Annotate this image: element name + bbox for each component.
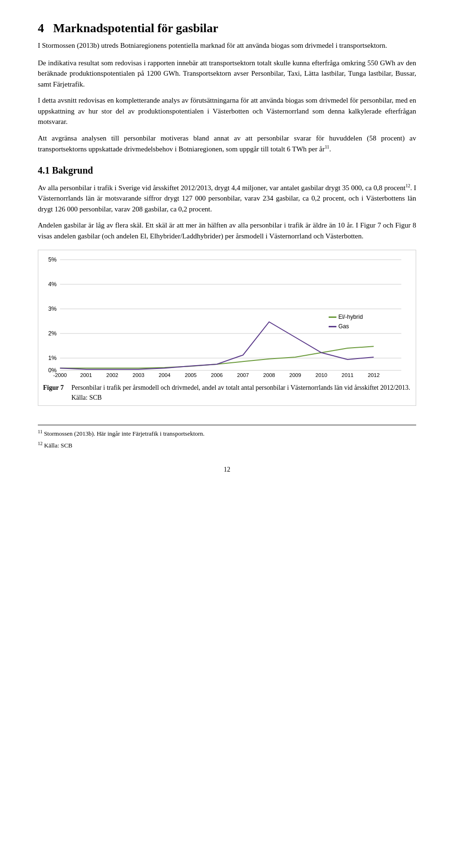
svg-text:2011: 2011 bbox=[341, 372, 353, 378]
section-4-1-title: 4.1 Bakgrund bbox=[38, 163, 416, 177]
svg-text:4%: 4% bbox=[48, 281, 57, 288]
chart-svg: 5% 4% 3% 2% 1% 0% -2000 2001 2002 2003 2… bbox=[43, 255, 411, 378]
figure-7-caption-text: Personbilar i trafik per årsmodell och d… bbox=[71, 383, 411, 403]
chapter-title: 4 Marknadspotential för gasbilar bbox=[38, 19, 416, 37]
svg-text:2002: 2002 bbox=[106, 372, 118, 378]
svg-text:3%: 3% bbox=[48, 306, 57, 312]
gas-legend-label: Gas bbox=[338, 323, 349, 330]
svg-text:2005: 2005 bbox=[185, 372, 197, 378]
el-hybrid-line bbox=[60, 346, 374, 368]
footnote-11: 11 Stormossen (2013b). Här ingår inte Fä… bbox=[38, 428, 416, 438]
figure-7: 5% 4% 3% 2% 1% 0% -2000 2001 2002 2003 2… bbox=[38, 250, 416, 406]
footnote-12: 12 Källa: SCB bbox=[38, 440, 416, 450]
paragraph-2: I detta avsnitt redovisas en komplettera… bbox=[38, 95, 416, 127]
svg-text:2008: 2008 bbox=[263, 372, 275, 378]
paragraph-3: Att avgränsa analysen till personbilar m… bbox=[38, 133, 416, 155]
svg-text:2010: 2010 bbox=[315, 372, 327, 378]
svg-text:1%: 1% bbox=[48, 355, 57, 361]
page-number: 12 bbox=[38, 465, 416, 474]
gas-legend-swatch bbox=[329, 326, 336, 327]
svg-text:2012: 2012 bbox=[368, 372, 380, 378]
paragraph-1: De indikativa resultat som redovisas i r… bbox=[38, 58, 416, 90]
figure-7-caption: Figur 7 Personbilar i trafik per årsmode… bbox=[43, 383, 411, 403]
svg-text:2006: 2006 bbox=[211, 372, 223, 378]
svg-text:2%: 2% bbox=[48, 330, 57, 337]
section-4-1-paragraph-1: Av alla personbilar i trafik i Sverige v… bbox=[38, 182, 416, 215]
el-hybrid-legend-label: El/-hybrid bbox=[338, 314, 363, 320]
footnote-section: 11 Stormossen (2013b). Här ingår inte Fä… bbox=[38, 425, 416, 450]
figure-7-label: Figur 7 bbox=[43, 383, 71, 403]
gas-line bbox=[60, 322, 374, 369]
svg-text:2007: 2007 bbox=[237, 372, 249, 378]
svg-text:2003: 2003 bbox=[132, 372, 144, 378]
svg-text:2001: 2001 bbox=[80, 372, 92, 378]
el-hybrid-legend-swatch bbox=[329, 316, 336, 318]
section-4-1-paragraph-2: Andelen gasbilar är låg av flera skäl. E… bbox=[38, 220, 416, 241]
chart-area: 5% 4% 3% 2% 1% 0% -2000 2001 2002 2003 2… bbox=[43, 255, 411, 378]
svg-text:2004: 2004 bbox=[158, 372, 170, 378]
chapter-subtitle: I Stormossen (2013b) utreds Botniaregion… bbox=[38, 40, 416, 51]
svg-text:5%: 5% bbox=[48, 256, 57, 263]
svg-text:-2000: -2000 bbox=[53, 372, 67, 378]
svg-text:2009: 2009 bbox=[289, 372, 301, 378]
